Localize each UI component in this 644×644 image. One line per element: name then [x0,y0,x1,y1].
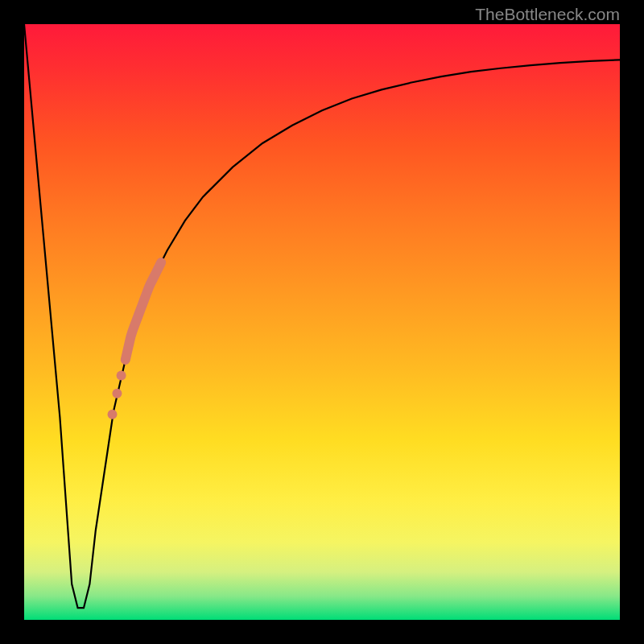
bottleneck-curve [24,24,620,608]
highlight-dot [108,410,118,419]
chart-svg [24,24,620,620]
highlight-dot [112,389,122,398]
chart-container: TheBottleneck.com [0,0,644,644]
highlight-dots [108,371,126,419]
highlight-dot [117,371,126,381]
watermark-text: TheBottleneck.com [475,5,620,24]
highlight-band [126,262,161,360]
